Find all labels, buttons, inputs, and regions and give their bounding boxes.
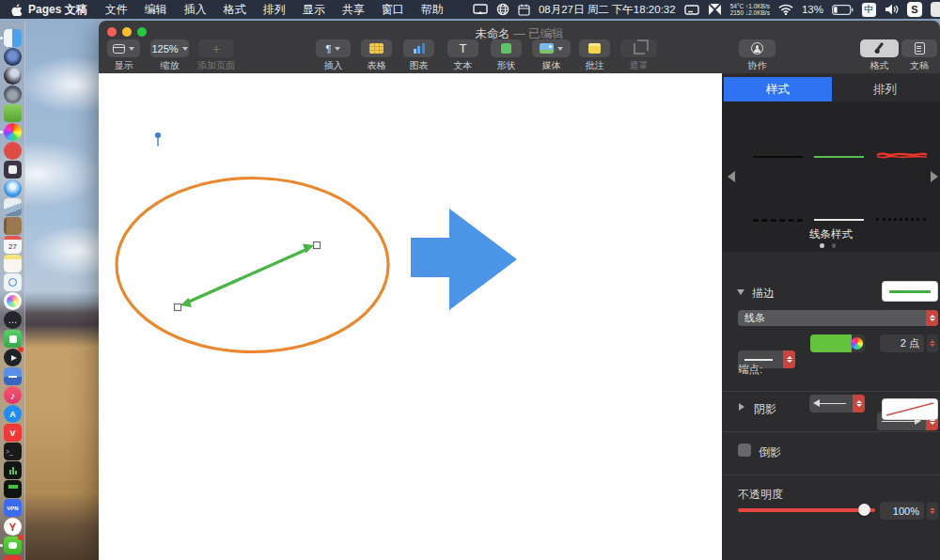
screen-mirroring-icon[interactable] xyxy=(473,4,488,15)
chart-button[interactable] xyxy=(403,39,434,57)
tab-arrange[interactable]: 排列 xyxy=(832,77,938,101)
dash-style-stepper[interactable] xyxy=(783,350,795,368)
dock-icon-dictionary[interactable] xyxy=(4,217,22,235)
window-switcher-icon[interactable] xyxy=(684,5,699,15)
dock-icon-vivaldi[interactable]: V xyxy=(4,424,22,442)
dock-icon-color-wheel-app[interactable] xyxy=(4,123,22,141)
menu-insert[interactable]: 插入 xyxy=(184,2,207,18)
menu-help[interactable]: 帮助 xyxy=(421,2,444,18)
selection-handle-start[interactable] xyxy=(175,304,181,311)
shadow-preview-well[interactable] xyxy=(882,398,938,420)
preset-black-dotted[interactable] xyxy=(876,212,926,226)
add-page-button[interactable]: + xyxy=(198,39,234,57)
opacity-slider-track[interactable] xyxy=(738,508,875,512)
reflection-checkbox[interactable] xyxy=(738,443,751,457)
presets-prev-icon[interactable] xyxy=(728,171,735,182)
dock-icon-finder[interactable] xyxy=(4,29,22,47)
volume-icon[interactable] xyxy=(885,4,899,15)
preset-red-rough[interactable] xyxy=(876,148,928,162)
dock-icon-activity-terminal[interactable] xyxy=(4,461,22,479)
dock-icon-green-terminal[interactable] xyxy=(4,480,22,498)
panels-icon[interactable] xyxy=(708,4,722,16)
network-monitor[interactable]: 54°C ↑1.0KB/s 2150 ↓2.0KB/s xyxy=(730,3,770,16)
start-endpoint-dropdown[interactable] xyxy=(809,395,865,412)
selection-handle-end[interactable] xyxy=(314,242,321,249)
dock-icon-calendar[interactable]: 27 xyxy=(4,236,22,254)
tab-style[interactable]: 样式 xyxy=(724,77,832,101)
active-app-name[interactable]: Pages 文稿 xyxy=(28,2,87,18)
format-button[interactable] xyxy=(860,39,899,57)
dock-icon-app-store[interactable]: A xyxy=(4,405,22,423)
menu-arrange[interactable]: 排列 xyxy=(263,2,286,18)
dock-icon-keynote[interactable] xyxy=(4,367,22,385)
presets-next-icon[interactable] xyxy=(931,171,938,182)
stroke-color-control[interactable] xyxy=(810,334,865,352)
dock-icon-photos[interactable] xyxy=(4,292,22,310)
double-arrow-line-shape[interactable] xyxy=(180,244,314,308)
dock-icon-accessibility-app[interactable] xyxy=(4,273,22,291)
dock-icon-video-chat-app[interactable] xyxy=(4,330,22,348)
shape-button[interactable] xyxy=(491,39,522,57)
preset-page-dots[interactable] xyxy=(820,243,836,248)
stroke-width-stepper[interactable] xyxy=(927,334,938,352)
media-button[interactable] xyxy=(532,39,571,57)
globe-icon[interactable] xyxy=(496,3,509,16)
menubar-datetime[interactable]: 08月27日 周二 下午18:20:32 xyxy=(539,3,676,17)
dock-icon-green-app[interactable] xyxy=(4,104,22,122)
dock-icon-safari[interactable] xyxy=(4,179,22,197)
menu-view[interactable]: 显示 xyxy=(303,2,325,18)
document-canvas[interactable] xyxy=(99,73,722,560)
mask-button[interactable] xyxy=(620,39,657,57)
menu-format[interactable]: 格式 xyxy=(224,2,246,18)
dock-icon-launchpad[interactable] xyxy=(4,86,22,103)
dock-icon-vpn-app[interactable]: VPN xyxy=(4,499,22,517)
clipped-status-icon[interactable] xyxy=(931,2,940,17)
stroke-color-well[interactable] xyxy=(810,334,852,352)
menu-share[interactable]: 共享 xyxy=(342,2,365,18)
dock-icon-preview-app[interactable] xyxy=(4,198,22,216)
dock-icon-navigation-app[interactable] xyxy=(4,48,22,66)
dock-icon-music[interactable]: ♪ xyxy=(4,386,22,404)
dock-icon-media-player[interactable] xyxy=(4,349,22,366)
dock-icon-wechat[interactable] xyxy=(4,537,22,554)
preset-white-solid[interactable] xyxy=(814,213,864,226)
stroke-width-field[interactable]: 2 点 xyxy=(880,334,924,352)
opacity-stepper[interactable] xyxy=(927,502,938,520)
calendar-icon[interactable] xyxy=(518,4,530,16)
dock-icon-terminal[interactable]: >_ xyxy=(4,443,22,460)
battery-icon[interactable] xyxy=(832,5,854,15)
document-button[interactable] xyxy=(901,39,937,57)
preset-green-solid[interactable] xyxy=(814,150,864,163)
input-method-icon[interactable]: 中 xyxy=(862,3,876,17)
comment-button[interactable] xyxy=(579,39,610,57)
sogou-input-icon[interactable]: S xyxy=(907,2,922,17)
menu-edit[interactable]: 编辑 xyxy=(145,2,167,18)
right-arrow-shape[interactable] xyxy=(411,209,517,310)
dock-icon-notes[interactable] xyxy=(4,255,22,272)
preset-black-solid[interactable] xyxy=(753,150,803,163)
shadow-disclosure-icon[interactable] xyxy=(739,403,744,411)
dock-icon-yandex[interactable]: Y xyxy=(4,518,22,536)
collaborate-button[interactable] xyxy=(739,39,776,57)
preset-black-dashed[interactable] xyxy=(753,213,803,226)
stroke-disclosure-icon[interactable] xyxy=(737,289,744,295)
start-endpoint-stepper[interactable] xyxy=(853,395,865,412)
color-wheel-icon[interactable] xyxy=(851,337,863,350)
dock-icon-red-text-app[interactable] xyxy=(4,142,22,160)
stroke-preview-well[interactable] xyxy=(882,281,938,302)
zoom-level-button[interactable]: 125% xyxy=(150,39,189,57)
insert-button[interactable]: ¶ xyxy=(316,39,351,57)
menu-file[interactable]: 文件 xyxy=(105,2,128,18)
text-button[interactable]: T xyxy=(447,39,478,57)
opacity-slider-knob[interactable] xyxy=(858,504,870,516)
dock-icon-messages-dark[interactable]: … xyxy=(4,311,22,329)
apple-logo-icon[interactable] xyxy=(11,3,23,16)
stroke-type-dropdown[interactable]: 线条 xyxy=(738,310,938,326)
opacity-value-field[interactable]: 100% xyxy=(880,502,924,520)
view-button[interactable] xyxy=(107,39,140,57)
table-button[interactable] xyxy=(361,39,392,57)
wifi-icon[interactable] xyxy=(778,4,793,15)
menu-window[interactable]: 窗口 xyxy=(382,2,404,18)
dock-icon-red-app-partial[interactable] xyxy=(4,555,22,560)
dock-icon-calculator-app[interactable] xyxy=(4,161,22,179)
